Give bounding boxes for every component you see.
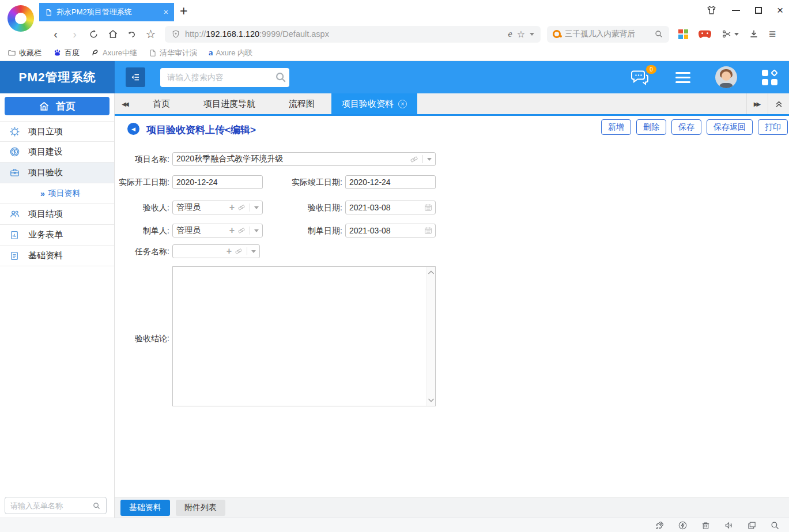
messages-button[interactable]: 0	[631, 70, 651, 85]
home-button[interactable]	[103, 29, 122, 39]
speed-mode-icon[interactable]	[678, 520, 688, 530]
boost-rocket-icon[interactable]	[655, 520, 665, 530]
apps-grid-button[interactable]	[762, 70, 777, 85]
minimize-button[interactable]	[732, 10, 740, 11]
bookmark-baidu[interactable]: 百度	[53, 48, 80, 58]
games-icon[interactable]	[698, 29, 712, 39]
search-icon[interactable]	[274, 71, 287, 84]
acceptor-field[interactable]: +	[172, 201, 263, 214]
window-layout-icon[interactable]	[747, 520, 757, 530]
screenshot-tool[interactable]	[722, 29, 739, 39]
add-task-icon[interactable]: +	[226, 247, 232, 255]
maker-field[interactable]: +	[172, 224, 263, 237]
clear-eraser-icon[interactable]	[237, 227, 246, 235]
actual-start-input[interactable]	[176, 178, 260, 187]
screenshot-dropdown-icon[interactable]	[734, 33, 739, 36]
maker-input[interactable]	[176, 226, 229, 235]
bookmark-page-star-icon[interactable]: ☆	[517, 29, 525, 40]
window-close-button[interactable]: ×	[777, 7, 783, 14]
task-name-field[interactable]: +	[172, 244, 260, 258]
tab-progress-nav[interactable]: 项目进度导航	[187, 93, 272, 114]
tab-flowchart[interactable]: 流程图	[272, 93, 331, 114]
sidebar-item-project-closing[interactable]: 项目结项	[0, 204, 114, 225]
sidebar-item-project-construction[interactable]: 项目建设	[0, 142, 114, 163]
sidebar-item-project-initiation[interactable]: 项目立项	[0, 121, 114, 142]
browser-logo-icon[interactable]	[7, 5, 34, 32]
accept-date-field[interactable]	[345, 201, 436, 214]
app-market-icon[interactable]	[678, 29, 688, 39]
acceptor-input[interactable]	[176, 203, 229, 212]
scroll-up-icon[interactable]	[428, 270, 435, 275]
conclusion-field[interactable]	[172, 266, 436, 406]
search-hotword[interactable]: 三千孤儿入内蒙背后	[565, 29, 650, 39]
sidebar-item-project-materials[interactable]: » 项目资料	[0, 183, 114, 204]
sidebar-item-business-forms[interactable]: 业务表单	[0, 225, 114, 246]
project-name-input[interactable]	[176, 154, 410, 164]
calendar-icon[interactable]	[424, 203, 433, 212]
tab-acceptance-materials[interactable]: 项目验收资料 ×	[331, 93, 417, 114]
bottom-tab-basic-data[interactable]: 基础资料	[120, 500, 170, 516]
dropdown-caret-icon[interactable]	[427, 158, 432, 161]
scroll-down-icon[interactable]	[428, 398, 435, 403]
maximize-button[interactable]	[755, 7, 762, 14]
dropdown-caret-icon[interactable]	[251, 250, 256, 253]
save-button[interactable]: 保存	[671, 119, 701, 135]
browser-tab[interactable]: 邦永PM2项目管理系统 ×	[39, 3, 174, 21]
sidebar-item-basic-data[interactable]: 基础资料	[0, 246, 114, 266]
tabs-scroll-left-button[interactable]: ◀◀	[115, 93, 136, 114]
sidebar-item-home[interactable]: 首页	[5, 97, 110, 115]
tab-close-icon[interactable]: ×	[398, 100, 407, 108]
actual-end-field[interactable]	[345, 175, 436, 189]
menu-search[interactable]	[5, 497, 107, 514]
zoom-search-icon[interactable]	[770, 520, 780, 530]
global-search[interactable]	[160, 68, 289, 87]
save-return-button[interactable]: 保存返回	[707, 119, 753, 135]
avatar[interactable]	[715, 66, 737, 88]
sidebar-item-project-acceptance[interactable]: 项目验收	[0, 163, 114, 183]
clear-eraser-icon[interactable]	[410, 155, 418, 164]
delete-button[interactable]: 删除	[636, 119, 666, 135]
actual-start-field[interactable]	[172, 175, 263, 189]
search-icon[interactable]	[92, 501, 101, 510]
reload-button[interactable]	[84, 29, 103, 39]
bookmark-axure-relay[interactable]: Axure中继	[91, 48, 137, 58]
bottom-tab-attachments[interactable]: 附件列表	[176, 500, 225, 516]
make-date-input[interactable]	[349, 226, 424, 235]
back-button[interactable]: ◀	[127, 123, 139, 135]
conclusion-textarea[interactable]	[173, 267, 427, 406]
dropdown-caret-icon[interactable]	[254, 206, 259, 209]
address-bar[interactable]: http://192.168.1.120:9999/Default.aspx e…	[165, 26, 541, 43]
actual-end-input[interactable]	[349, 178, 433, 187]
tabs-scroll-right-button[interactable]: ▶▶	[746, 93, 768, 114]
add-person-icon[interactable]: +	[229, 227, 235, 235]
forward-button[interactable]: ›	[65, 28, 84, 40]
tab-close-icon[interactable]: ×	[164, 7, 168, 17]
new-tab-button[interactable]: +	[180, 3, 187, 19]
browser-menu-icon[interactable]: ≡	[769, 29, 776, 39]
menu-search-input[interactable]	[10, 501, 92, 510]
address-dropdown-icon[interactable]	[530, 33, 534, 36]
clear-eraser-icon[interactable]	[237, 203, 246, 212]
search-icon[interactable]	[654, 29, 663, 39]
app-menu-button[interactable]	[675, 72, 690, 83]
add-person-icon[interactable]: +	[229, 203, 235, 212]
print-button[interactable]: 打印	[758, 119, 788, 135]
favorite-star-button[interactable]: ☆	[141, 28, 160, 40]
bookmark-axure-intranet[interactable]: a Axure 内联	[209, 48, 252, 58]
dropdown-caret-icon[interactable]	[254, 229, 259, 232]
bookmark-favorites-folder[interactable]: 收藏栏	[7, 48, 41, 58]
speaker-icon[interactable]	[724, 520, 734, 530]
clear-eraser-icon[interactable]	[235, 247, 243, 255]
tabs-collapse-button[interactable]	[768, 93, 789, 114]
sidebar-collapse-button[interactable]	[126, 67, 145, 87]
bookmark-tsinghua-audit[interactable]: 清华审计演	[149, 48, 197, 58]
theme-tshirt-icon[interactable]	[706, 5, 717, 16]
undo-button[interactable]	[122, 29, 141, 39]
tab-home[interactable]: 首页	[136, 93, 187, 114]
browser-search-box[interactable]: 三千孤儿入内蒙背后	[547, 26, 669, 43]
global-search-input[interactable]	[167, 73, 274, 82]
trash-icon[interactable]	[701, 520, 711, 530]
download-icon[interactable]	[749, 29, 759, 39]
back-button[interactable]: ‹	[46, 28, 65, 40]
task-name-input[interactable]	[176, 247, 226, 256]
